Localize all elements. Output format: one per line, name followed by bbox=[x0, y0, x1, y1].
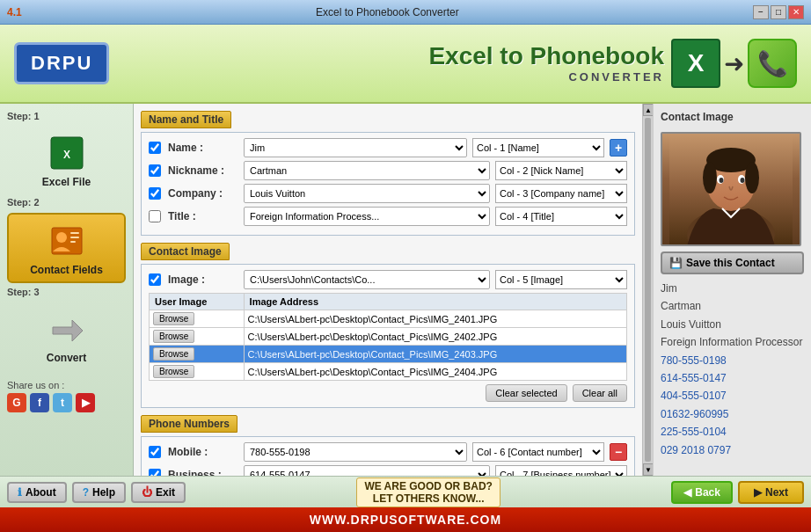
about-button[interactable]: ℹ About bbox=[7, 482, 67, 503]
phone-numbers-box: Mobile : 780-555-0198 Col - 6 [Contact n… bbox=[141, 436, 635, 476]
table-col-user-image: User Image bbox=[150, 294, 245, 310]
contact-image-section: Contact Image Image : C:\Users\John\Cont… bbox=[141, 243, 635, 408]
title-row: Title : Foreign Information Process... C… bbox=[149, 207, 627, 226]
title-bar-title: Excel to Phonebook Converter bbox=[22, 6, 753, 18]
table-row[interactable]: Browse C:\Users\ALbert-pc\Desktop\Contac… bbox=[150, 346, 627, 363]
feedback-banner[interactable]: WE ARE GOOD OR BAD? LET OTHERS KNOW... bbox=[356, 477, 500, 507]
close-button[interactable]: ✕ bbox=[788, 5, 804, 19]
clear-all-button[interactable]: Clear all bbox=[573, 384, 627, 402]
step1-label: Step: 1 bbox=[7, 111, 126, 121]
back-button[interactable]: ◀ Back bbox=[671, 481, 733, 504]
company-label: Company : bbox=[168, 187, 238, 200]
person-avatar-svg bbox=[669, 134, 793, 246]
image-select[interactable]: C:\Users\John\Contacts\Co... bbox=[244, 270, 490, 289]
footer-text: WWW.DRPUSOFTWARE.COM bbox=[310, 513, 501, 527]
table-row[interactable]: Browse C:\Users\ALbert-pc\Desktop\Contac… bbox=[150, 363, 627, 381]
title-col-select[interactable]: Col - 4 [Title] bbox=[495, 207, 627, 226]
name-and-title-section: Name and Title Name : Jim Col - 1 [Name]… bbox=[141, 111, 635, 236]
contact-phone4: 01632-960995 bbox=[661, 405, 804, 423]
minimize-button[interactable]: − bbox=[753, 5, 769, 19]
add-field-button[interactable]: + bbox=[610, 139, 627, 157]
title-checkbox[interactable] bbox=[149, 210, 161, 222]
contact-image-header: Contact Image bbox=[141, 243, 230, 260]
company-row: Company : Louis Vuitton Col - 3 [Company… bbox=[149, 184, 627, 203]
name-checkbox[interactable] bbox=[149, 142, 161, 154]
contact-phone6: 029 2018 0797 bbox=[661, 441, 804, 459]
next-button[interactable]: ▶ Next bbox=[738, 481, 804, 504]
sidebar-item-excel-file[interactable]: X Excel File bbox=[7, 127, 126, 193]
title-bar: 4.1 Excel to Phonebook Converter − □ ✕ bbox=[0, 0, 811, 25]
footer: WWW.DRPUSOFTWARE.COM bbox=[0, 507, 811, 532]
feedback-line2: LET OTHERS KNOW... bbox=[364, 492, 493, 505]
app-title-text: Excel to Phonebook CONVERTER bbox=[428, 43, 664, 84]
name-col-select[interactable]: Col - 1 [Name] bbox=[472, 138, 604, 157]
path-cell-3: C:\Users\ALbert-pc\Desktop\Contact_Pics\… bbox=[244, 363, 626, 381]
table-row[interactable]: Browse C:\Users\ALbert-pc\Desktop\Contac… bbox=[150, 310, 627, 328]
name-title-header: Name and Title bbox=[141, 111, 231, 128]
browse-cell-1: Browse bbox=[150, 328, 245, 346]
exit-label: Exit bbox=[156, 486, 175, 499]
mobile-checkbox[interactable] bbox=[149, 446, 161, 458]
app-title-sub: CONVERTER bbox=[428, 70, 664, 84]
share-youtube-icon[interactable]: ▶ bbox=[76, 393, 95, 412]
nickname-checkbox[interactable] bbox=[149, 164, 161, 177]
center-content: Name and Title Name : Jim Col - 1 [Name]… bbox=[134, 104, 642, 476]
app-icons: X ➜ 📞 bbox=[671, 39, 797, 88]
browse-button-1[interactable]: Browse bbox=[153, 330, 194, 343]
share-twitter-icon[interactable]: t bbox=[53, 393, 72, 412]
arrow-icon: ➜ bbox=[724, 39, 744, 88]
step3-name: Convert bbox=[47, 352, 86, 364]
about-label: About bbox=[26, 486, 56, 499]
next-label: Next bbox=[765, 486, 788, 499]
help-icon: ? bbox=[83, 486, 89, 499]
business-checkbox[interactable] bbox=[149, 469, 161, 476]
browse-button-0[interactable]: Browse bbox=[153, 312, 194, 325]
next-icon: ▶ bbox=[754, 486, 762, 499]
contact-phone3: 404-555-0107 bbox=[661, 387, 804, 404]
contact-name: Jim bbox=[661, 280, 804, 297]
sidebar-item-contact-fields[interactable]: Contact Fields bbox=[7, 213, 126, 283]
title-select[interactable]: Foreign Information Process... bbox=[244, 207, 490, 226]
sidebar: Step: 1 X Excel File Step: 2 bbox=[0, 104, 134, 476]
help-button[interactable]: ? Help bbox=[72, 482, 126, 503]
back-icon: ◀ bbox=[683, 486, 691, 499]
contact-info-list: Jim Cartman Louis Vuitton Foreign Inform… bbox=[661, 280, 804, 459]
business-col-select[interactable]: Col - 7 [Business number] bbox=[495, 465, 627, 476]
image-checkbox[interactable] bbox=[149, 273, 161, 286]
sidebar-item-convert[interactable]: Convert bbox=[7, 302, 126, 369]
maximize-button[interactable]: □ bbox=[771, 5, 786, 19]
save-contact-button[interactable]: 💾 Save this Contact bbox=[661, 251, 804, 274]
image-col-select[interactable]: Col - 5 [Image] bbox=[495, 270, 627, 289]
company-select[interactable]: Louis Vuitton bbox=[244, 184, 490, 203]
header: DRPU Excel to Phonebook CONVERTER X ➜ 📞 bbox=[0, 25, 811, 104]
remove-field-button[interactable]: − bbox=[610, 443, 627, 461]
business-select[interactable]: 614-555-0147 bbox=[244, 465, 490, 476]
company-checkbox[interactable] bbox=[149, 187, 161, 200]
name-select[interactable]: Jim bbox=[244, 138, 467, 157]
mobile-select[interactable]: 780-555-0198 bbox=[244, 442, 467, 462]
clear-selected-button[interactable]: Clear selected bbox=[486, 384, 566, 402]
browse-button-2[interactable]: Browse bbox=[153, 347, 194, 361]
share-facebook-icon[interactable]: f bbox=[30, 393, 49, 412]
vertical-scrollbar[interactable]: ▲ ▼ bbox=[642, 104, 653, 476]
svg-text:X: X bbox=[62, 149, 69, 161]
nickname-select[interactable]: Cartman bbox=[244, 161, 490, 180]
scroll-thumb[interactable] bbox=[645, 118, 651, 462]
table-row[interactable]: Browse C:\Users\ALbert-pc\Desktop\Contac… bbox=[150, 328, 627, 346]
browse-button-3[interactable]: Browse bbox=[153, 365, 194, 378]
company-col-select[interactable]: Col - 3 [Company name] bbox=[495, 184, 627, 203]
right-panel: Contact Image bbox=[653, 104, 811, 476]
app-logo-small: 4.1 bbox=[7, 6, 22, 18]
exit-button[interactable]: ⏻ Exit bbox=[131, 482, 186, 503]
share-google-icon[interactable]: G bbox=[7, 393, 26, 412]
mobile-col-select[interactable]: Col - 6 [Contact number] bbox=[472, 442, 604, 462]
image-table: User Image Image Address Browse C:\Users… bbox=[149, 293, 627, 381]
nickname-label: Nickname : bbox=[168, 164, 238, 177]
nickname-col-select[interactable]: Col - 2 [Nick Name] bbox=[495, 161, 627, 180]
svg-point-18 bbox=[741, 178, 745, 183]
contact-nickname: Cartman bbox=[661, 297, 804, 315]
feedback-line1: WE ARE GOOD OR BAD? bbox=[364, 480, 493, 492]
contact-phone2: 614-555-0147 bbox=[661, 369, 804, 387]
main-content: Step: 1 X Excel File Step: 2 bbox=[0, 104, 811, 476]
path-cell-0: C:\Users\ALbert-pc\Desktop\Contact_Pics\… bbox=[244, 310, 626, 328]
